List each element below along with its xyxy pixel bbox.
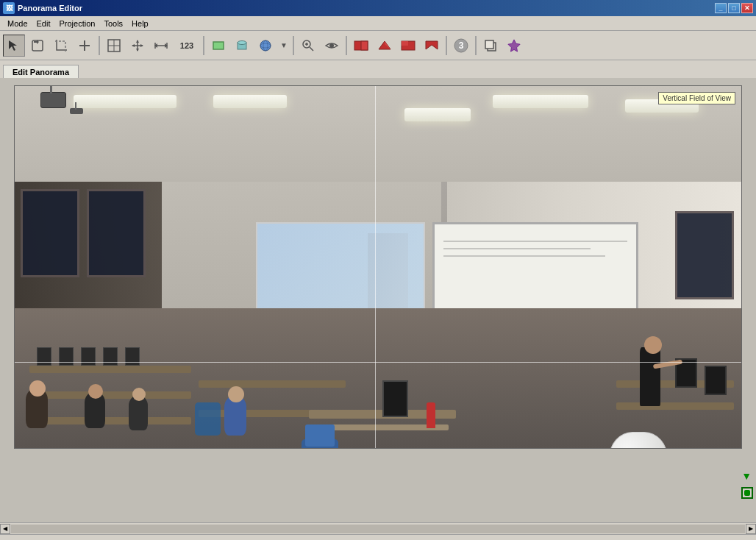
menu-projection[interactable]: Projection xyxy=(55,18,100,29)
menu-tools[interactable]: Tools xyxy=(99,18,127,29)
grid-tool-button[interactable] xyxy=(103,35,125,57)
eye-tool-button[interactable] xyxy=(321,35,343,57)
panorama-image[interactable]: Vertical Field of View xyxy=(14,85,742,449)
red-tool-4-button[interactable] xyxy=(421,35,443,57)
tooltip: Vertical Field of View xyxy=(658,92,735,104)
scroll-down-arrow[interactable]: ▼ xyxy=(741,470,752,482)
scroll-right-button[interactable]: ▶ xyxy=(746,524,756,534)
title-bar: 🖼 Panorama Editor _ □ ✕ xyxy=(0,0,756,16)
tab-edit-panorama[interactable]: Edit Panorama xyxy=(3,65,79,79)
svg-marker-9 xyxy=(136,40,139,43)
svg-rect-18 xyxy=(213,42,224,49)
red-tool-2-button[interactable] xyxy=(374,35,396,57)
svg-marker-35 xyxy=(426,41,438,49)
maximize-button[interactable]: □ xyxy=(728,3,740,13)
num3-tool-button[interactable]: 3 xyxy=(450,35,472,57)
stretch-tool-button[interactable] xyxy=(150,35,172,57)
menu-help[interactable]: Help xyxy=(127,18,153,29)
svg-text:3: 3 xyxy=(459,40,464,51)
svg-point-21 xyxy=(260,40,271,51)
select-tool-button[interactable] xyxy=(3,35,25,57)
crop-tool-button[interactable] xyxy=(50,35,72,57)
status-bar: 360° × 180° Equirectangular - Move panor… xyxy=(0,534,756,540)
horizontal-scroll-track[interactable] xyxy=(11,525,745,533)
separator-2 xyxy=(203,36,204,55)
dropdown-arrow-button[interactable]: ▼ xyxy=(278,35,290,57)
add-tool-button[interactable] xyxy=(74,35,96,57)
svg-marker-11 xyxy=(132,44,135,47)
window-controls: _ □ ✕ xyxy=(715,3,753,13)
sphere-tool-button[interactable] xyxy=(254,35,277,57)
scroll-box[interactable] xyxy=(741,487,753,499)
separator-3 xyxy=(293,36,294,55)
window-title: Panorama Editor xyxy=(18,4,82,13)
separator-4 xyxy=(346,36,347,55)
svg-point-20 xyxy=(238,40,246,44)
svg-rect-30 xyxy=(361,41,368,50)
minimize-button[interactable]: _ xyxy=(715,3,727,13)
red-tool-1-button[interactable] xyxy=(350,35,372,57)
svg-marker-40 xyxy=(508,39,520,51)
main-content: Vertical Field of View ▼ xyxy=(0,78,756,522)
menu-bar: Mode Edit Projection Tools Help xyxy=(0,16,756,31)
svg-rect-39 xyxy=(485,40,493,49)
close-button[interactable]: ✕ xyxy=(741,3,753,13)
scroll-left-button[interactable]: ◀ xyxy=(0,524,10,534)
numbers-tool-button[interactable]: 123 xyxy=(174,35,200,57)
svg-marker-0 xyxy=(9,40,17,51)
tab-bar: Edit Panorama xyxy=(0,60,756,78)
svg-rect-34 xyxy=(402,41,408,46)
separator-1 xyxy=(99,36,100,55)
separator-6 xyxy=(475,36,477,55)
move-tool-button[interactable] xyxy=(26,35,49,57)
svg-marker-12 xyxy=(140,44,143,47)
cylinder-tool-button[interactable] xyxy=(231,35,253,57)
translate-tool-button[interactable] xyxy=(126,35,149,57)
app-icon: 🖼 xyxy=(3,2,15,14)
zoom-in-button[interactable] xyxy=(297,35,319,57)
scroll-right-indicator: ▼ xyxy=(741,470,752,482)
red-tool-3-button[interactable] xyxy=(397,35,419,57)
rect-tool-button[interactable] xyxy=(207,35,229,57)
svg-point-28 xyxy=(329,43,334,48)
svg-line-27 xyxy=(310,47,313,51)
copy-tool-button[interactable] xyxy=(479,35,502,57)
menu-edit[interactable]: Edit xyxy=(32,18,55,29)
crosshair-anchor xyxy=(371,448,379,449)
menu-mode[interactable]: Mode xyxy=(3,18,32,29)
bottom-scrollbar[interactable]: ◀ ▶ xyxy=(0,522,756,534)
svg-marker-10 xyxy=(136,49,139,51)
toolbar: 123 ▼ xyxy=(0,31,756,60)
canvas-area[interactable]: Vertical Field of View ▼ xyxy=(0,78,756,522)
sticker-tool-button[interactable] xyxy=(503,35,525,57)
separator-5 xyxy=(446,36,447,55)
